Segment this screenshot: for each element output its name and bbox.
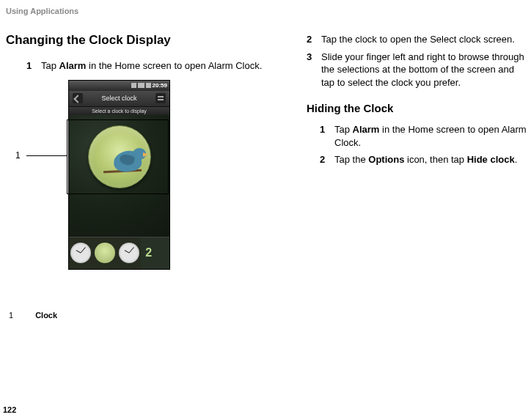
- bold-term: Alarm: [353, 124, 380, 135]
- section-heading-hiding: Hiding the Clock: [307, 102, 527, 114]
- analog-face-icon: [70, 243, 91, 263]
- step-number: 1: [26, 59, 41, 73]
- clock-thumbnail-bird: [93, 237, 117, 269]
- step-item: 1 Tap Alarm in the Home screen to open A…: [26, 59, 285, 73]
- step-text: Slide your finger left and right to brow…: [321, 51, 527, 89]
- callout-line: [26, 155, 67, 156]
- title-bar: Select clock: [69, 91, 169, 107]
- signal-icon: [138, 83, 144, 88]
- status-time: 20:59: [153, 82, 167, 89]
- left-column: Changing the Clock Display 1 Tap Alarm i…: [6, 33, 285, 320]
- legend-number: 1: [9, 311, 13, 320]
- clock-thumbnail-digital: 2: [141, 237, 169, 269]
- phone-screenshot: 20:59 Select clock Select a clock to dis…: [68, 80, 170, 270]
- bold-term: Options: [368, 154, 404, 165]
- step-number: 3: [307, 51, 321, 89]
- back-icon: [73, 93, 83, 103]
- text-span: Tap: [41, 60, 59, 71]
- clock-area: 2: [69, 115, 169, 269]
- status-bar: 20:59: [69, 81, 169, 91]
- page-number: 122: [3, 405, 16, 414]
- step-number: 1: [320, 123, 334, 149]
- step-item: 3 Slide your finger left and right to br…: [307, 51, 527, 89]
- text-span: icon, then tap: [404, 154, 466, 165]
- step-item: 2 Tap the clock to open the Select clock…: [307, 33, 527, 46]
- header-section-title: Using Applications: [6, 7, 527, 15]
- step-text: Tap the clock to open the Select clock s…: [321, 33, 527, 46]
- step-number: 2: [307, 33, 321, 46]
- right-column: 2 Tap the clock to open the Select clock…: [307, 33, 527, 320]
- title-bar-text: Select clock: [101, 95, 136, 102]
- bold-term: Hide clock: [467, 154, 515, 165]
- bird-clock-icon: [95, 243, 115, 263]
- battery-icon: [146, 83, 151, 88]
- clock-thumbnail-analog-2: [117, 237, 142, 269]
- clock-thumbnail-analog-1: [69, 237, 93, 269]
- analog-face-icon: [119, 243, 139, 263]
- step-text: Tap Alarm in the Home screen to open Ala…: [41, 59, 285, 73]
- clock-thumbnails-row: 2: [69, 237, 169, 269]
- bird-beak-graphic: [143, 152, 148, 157]
- text-span: in the Home screen to open Alarm Clock.: [86, 60, 262, 71]
- usb-icon: [131, 83, 136, 88]
- step-item: 1 Tap Alarm in the Home screen to open A…: [320, 123, 527, 149]
- step-number: 2: [320, 153, 334, 166]
- subtitle-bar: Select a clock to display: [69, 107, 169, 115]
- text-span: Tap: [334, 124, 353, 135]
- legend-label: Clock: [35, 311, 57, 320]
- text-span: .: [515, 154, 518, 165]
- big-clock-face: [88, 125, 151, 188]
- bold-term: Alarm: [59, 60, 87, 71]
- step-text: Tap the Options icon, then tap Hide cloc…: [334, 153, 527, 166]
- text-span: Tap the: [334, 154, 368, 165]
- phone-illustration-wrap: 1 20:59 Select clock Select a clock to: [68, 80, 230, 270]
- callout-number: 1: [15, 150, 21, 161]
- menu-icon: [155, 93, 166, 103]
- step-item: 2 Tap the Options icon, then tap Hide cl…: [320, 153, 527, 166]
- legend-row: 1 Clock: [9, 311, 285, 320]
- section-heading-changing: Changing the Clock Display: [6, 33, 285, 48]
- digital-preview-text: 2: [145, 246, 152, 259]
- step-text: Tap Alarm in the Home screen to open Ala…: [334, 123, 527, 149]
